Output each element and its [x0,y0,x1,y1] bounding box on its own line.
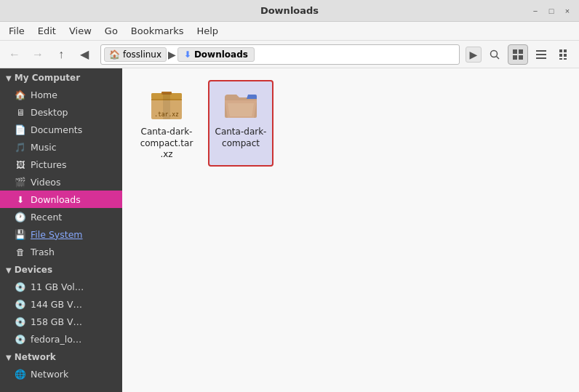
prev-location-button[interactable]: ◀ [74,44,95,65]
svg-rect-13 [559,58,562,60]
desktop-icon: 🖥 [15,106,26,118]
svg-rect-3 [519,49,523,54]
sidebar-item-music-label: Music [31,142,57,153]
toolbar-right [484,44,575,65]
back-button[interactable]: ← [4,44,25,65]
svg-rect-4 [513,55,517,60]
breadcrumb-current-label: Downloads [194,49,248,60]
sidebar-item-dev4[interactable]: 💿 fedora_lo… [0,330,122,348]
sidebar-item-videos[interactable]: 🎬 Videos [0,173,122,191]
videos-icon: 🎬 [15,176,26,188]
minimize-button[interactable]: − [530,5,541,17]
file-item-archive[interactable]: .tar.xz Canta-dark-compact.tar.xz [134,80,199,167]
sidebar-item-documents[interactable]: 📄 Documents [0,121,122,138]
menu-item-view[interactable]: View [63,24,97,38]
my-computer-arrow-icon: ▼ [6,74,12,82]
svg-rect-8 [536,57,546,59]
sidebar-section-my-computer[interactable]: ▼ My Computer [0,68,122,86]
view-compact-button[interactable] [554,44,575,65]
toolbar: ← → ↑ ◀ 🏠 fosslinux ▶ ⬇ Downloads ▶ [0,41,579,68]
breadcrumb-bar: 🏠 fosslinux ▶ ⬇ Downloads [100,44,460,65]
maximize-button[interactable]: □ [546,5,557,17]
sidebar-item-home[interactable]: 🏠 Home [0,86,122,103]
sidebar-item-dev2[interactable]: 💿 144 GB V… [0,295,122,313]
up-button[interactable]: ↑ [51,44,71,65]
menu-item-help[interactable]: Help [191,24,224,38]
sidebar-item-desktop-label: Desktop [31,107,68,118]
svg-rect-2 [513,49,517,54]
sidebar-item-videos-label: Videos [31,177,61,188]
sidebar-item-desktop[interactable]: 🖥 Desktop [0,103,122,121]
sidebar-item-filesystem[interactable]: 💾 File System [0,225,122,243]
archive-icon: .tar.xz [148,86,185,124]
svg-rect-6 [536,50,546,52]
sidebar-item-pictures[interactable]: 🖼 Pictures [0,156,122,173]
svg-rect-12 [564,54,567,57]
svg-rect-14 [564,58,567,60]
drive-icon-2: 💿 [15,298,26,310]
sidebar-section-network[interactable]: ▼ Network [0,348,122,365]
main-layout: ▼ My Computer 🏠 Home 🖥 Desktop 📄 Documen… [0,68,579,392]
file-grid: .tar.xz Canta-dark-compact.tar.xz [134,80,567,167]
view-list-button[interactable] [531,44,551,65]
search-icon [489,49,500,60]
menu-item-file[interactable]: File [3,24,31,38]
svg-line-1 [497,56,500,59]
sidebar-item-dev1[interactable]: 💿 11 GB Vol… [0,278,122,295]
my-computer-label: My Computer [15,73,80,83]
breadcrumb-home[interactable]: 🏠 fosslinux [104,47,167,62]
menu-item-bookmarks[interactable]: Bookmarks [125,24,190,38]
sidebar-item-home-label: Home [31,89,57,100]
search-button[interactable] [484,44,505,65]
file-item-folder[interactable]: Canta-dark-compact [208,80,273,167]
svg-rect-10 [564,49,567,52]
sidebar-item-recent[interactable]: 🕐 Recent [0,208,122,225]
sidebar-item-dev3[interactable]: 💿 158 GB V… [0,313,122,330]
view-grid-icon [512,49,524,60]
sidebar-section-devices[interactable]: ▼ Devices [0,260,122,278]
network-icon: 🌐 [15,368,26,380]
sidebar-item-network-label: Network [31,369,68,380]
view-grid-button[interactable] [508,44,528,65]
recent-icon: 🕐 [15,211,26,223]
sidebar: ▼ My Computer 🏠 Home 🖥 Desktop 📄 Documen… [0,68,122,392]
sidebar-item-dev4-label: fedora_lo… [31,334,81,345]
svg-rect-7 [536,54,546,55]
window-title: Downloads [49,5,530,16]
folder-label: Canta-dark-compact [214,127,268,149]
menu-item-edit[interactable]: Edit [32,24,62,38]
devices-label: Devices [15,265,52,275]
sidebar-item-downloads[interactable]: ⬇ Downloads [0,191,122,208]
svg-text:.tar.xz: .tar.xz [154,111,179,118]
sidebar-item-documents-label: Documents [31,124,82,135]
sidebar-item-trash[interactable]: 🗑 Trash [0,243,122,260]
breadcrumb-separator: ▶ [168,49,176,60]
sidebar-item-music[interactable]: 🎵 Music [0,138,122,156]
sidebar-item-dev2-label: 144 GB V… [31,299,82,310]
breadcrumb-home-label: fosslinux [123,49,161,60]
pictures-icon: 🖼 [15,159,26,170]
file-content-area: .tar.xz Canta-dark-compact.tar.xz [122,68,579,392]
sidebar-item-network[interactable]: 🌐 Network [0,365,122,383]
sidebar-item-trash-label: Trash [31,247,55,257]
open-folder-icon [222,86,260,124]
drive-icon-3: 💿 [15,316,26,327]
sidebar-item-recent-label: Recent [31,212,62,223]
documents-icon: 📄 [15,124,26,135]
breadcrumb-next-button[interactable]: ▶ [466,47,482,63]
breadcrumb-current[interactable]: ⬇ Downloads [177,47,255,62]
forward-button[interactable]: → [28,44,48,65]
svg-point-0 [491,50,498,57]
sidebar-item-dev3-label: 158 GB V… [31,316,82,327]
window-controls: − □ × [530,5,573,17]
view-compact-icon [559,49,570,60]
close-button[interactable]: × [562,5,573,17]
svg-rect-11 [559,54,562,57]
menu-item-go[interactable]: Go [99,24,124,38]
archive-label: Canta-dark-compact.tar.xz [140,127,193,161]
menubar: FileEditViewGoBookmarksHelp [0,22,579,41]
filesystem-icon: 💾 [15,228,26,240]
sidebar-item-dev1-label: 11 GB Vol… [31,281,84,292]
network-arrow-icon: ▼ [6,353,12,361]
downloads-folder-icon: ⬇ [184,49,191,60]
